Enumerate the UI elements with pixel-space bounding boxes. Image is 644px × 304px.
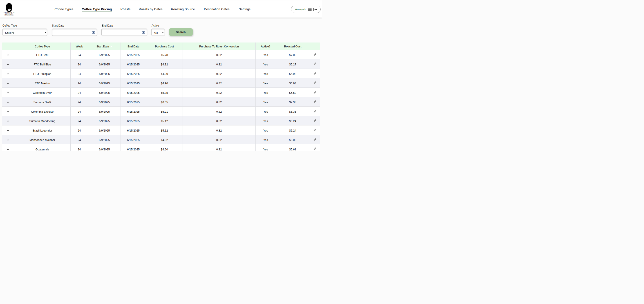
- svg-text:GROUNDS .: GROUNDS .: [4, 13, 14, 15]
- svg-text:COFFEE ROASTERS: COFFEE ROASTERS: [4, 15, 14, 16]
